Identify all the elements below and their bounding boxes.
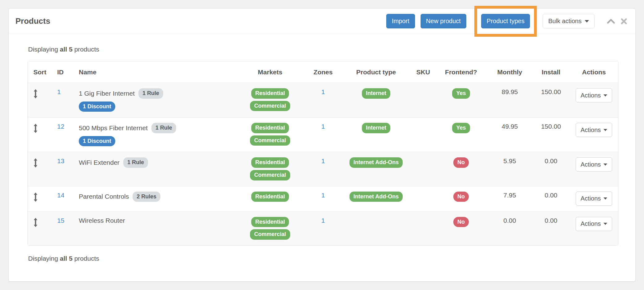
products-table: SortIDNameMarketsZonesProduct typeSKUFro… [28, 61, 618, 246]
monthly-cell: 0.00 [487, 211, 532, 245]
collapse-panel-icon[interactable] [607, 19, 615, 24]
sort-drag-handle[interactable] [33, 217, 38, 227]
close-panel-icon[interactable] [621, 18, 627, 25]
column-header-install: Install [532, 61, 570, 83]
zones-link[interactable]: 1 [321, 88, 325, 95]
product-types-button[interactable]: Product types [481, 14, 530, 28]
sku-cell [412, 83, 435, 117]
zones-link[interactable]: 1 [321, 157, 325, 164]
actions-cell: Actions [570, 186, 618, 211]
rule-count-badge: 1 Rule [123, 157, 148, 168]
install-cell: 150.00 [532, 117, 570, 152]
monthly-cell: 89.95 [487, 83, 532, 117]
market-badge: Commercial [250, 170, 290, 180]
table-row: 11 Gig Fiber Internet1 Rule1 DiscountRes… [28, 83, 618, 117]
panel-header: Products Import New product Product type… [9, 9, 635, 34]
actions-cell: Actions [570, 83, 618, 117]
new-product-button[interactable]: New product [421, 14, 466, 28]
bulk-actions-label: Bulk actions [548, 18, 582, 25]
product-type-badge: Internet Add-Ons [350, 157, 403, 168]
name-cell: WiFi Extender1 Rule [76, 152, 235, 186]
product-id-link[interactable]: 14 [57, 192, 64, 199]
bulk-actions-button[interactable]: Bulk actions [543, 14, 595, 28]
zones-link[interactable]: 1 [321, 192, 325, 199]
results-summary-bottom: Displaying all 5 products [28, 255, 617, 276]
product-id-link[interactable]: 12 [57, 123, 64, 130]
market-badge: Residential [251, 157, 289, 168]
market-badge: Commercial [250, 135, 290, 146]
markets-cell: ResidentialCommercial [235, 117, 306, 152]
column-header-markets: Markets [235, 61, 306, 83]
name-cell: 500 Mbps Fiber Internet1 Rule1 Discount [76, 117, 235, 152]
row-actions-label: Actions [581, 92, 601, 99]
discount-count-badge: 1 Discount [79, 136, 115, 147]
install-cell: 0.00 [532, 152, 570, 186]
sort-drag-handle[interactable] [33, 123, 38, 133]
actions-cell: Actions [570, 152, 618, 186]
install-cell: 0.00 [532, 186, 570, 211]
product-type-cell: Internet Add-Ons [341, 186, 412, 211]
column-header-id: ID [55, 61, 76, 83]
monthly-cell: 49.95 [487, 117, 532, 152]
results-summary-top: Displaying all 5 products [28, 46, 617, 53]
frontend-status-badge: Yes [452, 88, 470, 99]
column-header-name: Name [76, 61, 235, 83]
product-type-badge: Internet [362, 88, 390, 99]
product-name: WiFi Extender [79, 159, 120, 166]
chevron-down-icon [604, 94, 607, 97]
sort-drag-handle[interactable] [33, 157, 38, 168]
table-row: 14Parental Controls2 RulesResidential1In… [28, 186, 618, 211]
chevron-down-icon [604, 129, 607, 131]
products-panel: Products Import New product Product type… [8, 8, 636, 282]
sort-drag-handle[interactable] [33, 192, 38, 202]
frontend-status-badge: No [453, 217, 469, 227]
rule-count-badge: 1 Rule [151, 123, 176, 133]
row-actions-label: Actions [581, 126, 601, 134]
zones-cell: 1 [306, 211, 341, 245]
sort-cell [28, 117, 55, 152]
market-badges: ResidentialCommercial [237, 217, 303, 240]
column-header-actions: Actions [570, 61, 618, 83]
sku-cell [412, 152, 435, 186]
product-id-link[interactable]: 1 [57, 88, 61, 95]
header-actions: Import New product Product types Bulk ac… [386, 14, 627, 28]
sort-cell [28, 186, 55, 211]
table-row: 15Wireless RouterResidentialCommercial1N… [28, 211, 618, 245]
row-actions-button[interactable]: Actions [576, 123, 612, 137]
row-actions-button[interactable]: Actions [576, 157, 612, 172]
zones-link[interactable]: 1 [321, 217, 325, 224]
markets-cell: Residential [235, 186, 306, 211]
markets-cell: ResidentialCommercial [235, 211, 306, 245]
chevron-down-icon [585, 20, 589, 23]
product-type-badge: Internet Add-Ons [350, 192, 403, 202]
id-cell: 14 [55, 186, 76, 211]
market-badge: Commercial [250, 101, 290, 111]
import-button[interactable]: Import [386, 14, 415, 28]
monthly-cell: 7.95 [487, 186, 532, 211]
product-name: Parental Controls [79, 193, 129, 200]
chevron-down-icon [604, 223, 607, 225]
page-title: Products [15, 16, 50, 26]
row-actions-button[interactable]: Actions [576, 217, 612, 231]
id-cell: 12 [55, 117, 76, 152]
market-badge: Residential [251, 192, 289, 202]
frontend-status-badge: No [453, 192, 469, 202]
page-background: Products Import New product Product type… [0, 0, 644, 290]
zones-cell: 1 [306, 186, 341, 211]
sort-drag-handle[interactable] [33, 88, 38, 98]
discount-badge-line: 1 Discount [79, 136, 232, 147]
row-actions-button[interactable]: Actions [576, 192, 612, 206]
sku-cell [412, 117, 435, 152]
discount-count-badge: 1 Discount [79, 102, 115, 112]
frontend-cell: No [435, 186, 487, 211]
product-id-link[interactable]: 15 [57, 217, 64, 224]
column-header-zones: Zones [306, 61, 341, 83]
frontend-status-badge: No [453, 157, 469, 168]
product-id-link[interactable]: 13 [57, 157, 64, 164]
product-type-cell [341, 211, 412, 245]
sku-cell [412, 211, 435, 245]
zones-link[interactable]: 1 [321, 123, 325, 130]
table-row: 13WiFi Extender1 RuleResidentialCommerci… [28, 152, 618, 186]
column-header-sku: SKU [412, 61, 435, 83]
row-actions-button[interactable]: Actions [576, 88, 612, 102]
